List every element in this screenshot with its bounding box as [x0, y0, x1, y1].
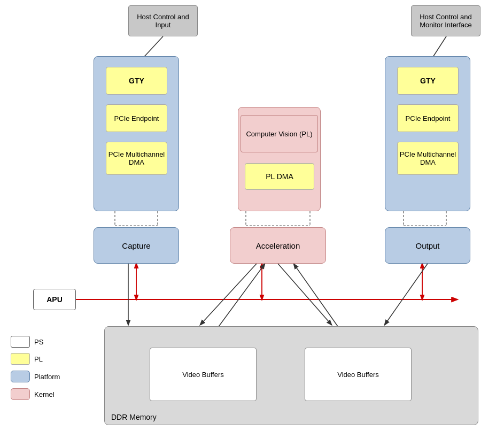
host-control-monitor-box: Host Control and Monitor Interface: [411, 5, 480, 36]
diagram-container: Host Control and Input Host Control and …: [0, 0, 504, 438]
legend-pl: PL: [11, 353, 43, 365]
pcie-endpoint-left-label: PCIe Endpoint: [114, 114, 159, 122]
gty-left-box: GTY: [106, 67, 167, 95]
video-buffers-2-label: Video Buffers: [337, 371, 379, 379]
legend-kernel-label: Kernel: [34, 390, 55, 398]
legend-kernel-swatch: [11, 388, 30, 400]
legend-platform-label: Platform: [34, 373, 60, 381]
video-buffers-1-label: Video Buffers: [182, 371, 224, 379]
gty-left-label: GTY: [129, 76, 144, 85]
legend-platform: Platform: [11, 371, 60, 382]
acceleration-label-box: Acceleration: [230, 227, 326, 264]
svg-line-25: [200, 264, 257, 325]
gty-right-label: GTY: [420, 76, 436, 85]
capture-label: Capture: [122, 241, 150, 250]
acceleration-label: Acceleration: [256, 241, 300, 250]
pcie-multi-left-box: PCIe Multichannel DMA: [106, 142, 167, 175]
pl-dma-label: PL DMA: [266, 172, 293, 181]
pcie-multi-right-label: PCIe Multichannel DMA: [398, 150, 458, 166]
video-buffers-2-box: Video Buffers: [305, 348, 412, 401]
output-label-box: Output: [385, 227, 470, 264]
svg-line-27: [385, 264, 428, 325]
computer-vision-box: Computer Vision (PL): [241, 115, 318, 152]
pcie-endpoint-right-box: PCIe Endpoint: [397, 104, 459, 132]
svg-line-26: [278, 264, 331, 325]
video-buffers-1-box: Video Buffers: [150, 348, 257, 401]
apu-label: APU: [46, 295, 63, 304]
gty-right-box: GTY: [397, 67, 459, 95]
computer-vision-label: Computer Vision (PL): [246, 130, 312, 138]
apu-box: APU: [33, 289, 76, 310]
host-control-monitor-label: Host Control and Monitor Interface: [412, 13, 480, 29]
ddr-memory-label: DDR Memory: [111, 413, 157, 421]
legend-platform-swatch: [11, 371, 30, 382]
legend-kernel: Kernel: [11, 388, 55, 400]
host-control-input-box: Host Control and Input: [128, 5, 198, 36]
legend-pl-swatch: [11, 353, 30, 365]
legend-pl-label: PL: [34, 355, 43, 363]
legend-ps-swatch: [11, 336, 30, 348]
host-control-input-label: Host Control and Input: [129, 13, 197, 29]
pl-dma-box: PL DMA: [245, 163, 314, 190]
legend-ps: PS: [11, 336, 43, 348]
pcie-endpoint-right-label: PCIe Endpoint: [406, 114, 451, 122]
pcie-endpoint-left-box: PCIe Endpoint: [106, 104, 167, 132]
capture-label-box: Capture: [94, 227, 179, 264]
pcie-multi-left-label: PCIe Multichannel DMA: [106, 150, 167, 166]
legend-ps-label: PS: [34, 338, 43, 346]
output-label: Output: [415, 241, 439, 250]
pcie-multi-right-box: PCIe Multichannel DMA: [397, 142, 459, 175]
